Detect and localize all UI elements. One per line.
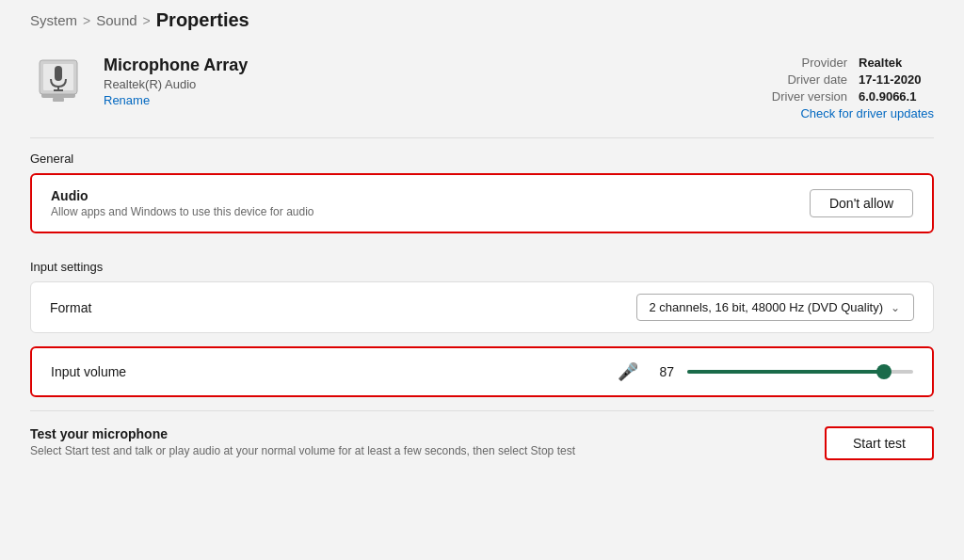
provider-value: Realtek bbox=[859, 56, 934, 70]
device-header: Microphone Array Realtek(R) Audio Rename… bbox=[30, 37, 934, 138]
rename-link[interactable]: Rename bbox=[104, 93, 248, 107]
volume-number: 87 bbox=[651, 364, 674, 379]
breadcrumb-sep1: > bbox=[83, 13, 90, 28]
audio-desc: Allow apps and Windows to use this devic… bbox=[51, 205, 314, 218]
device-subtitle: Realtek(R) Audio bbox=[104, 77, 248, 91]
device-icon bbox=[30, 52, 87, 108]
microphone-icon: 🎤 bbox=[618, 361, 638, 382]
breadcrumb-current: Properties bbox=[156, 9, 249, 31]
breadcrumb-sound[interactable]: Sound bbox=[96, 12, 137, 28]
format-select[interactable]: 2 channels, 16 bit, 48000 Hz (DVD Qualit… bbox=[636, 294, 914, 321]
audio-title: Audio bbox=[51, 188, 314, 203]
audio-card: Audio Allow apps and Windows to use this… bbox=[30, 173, 934, 233]
format-value: 2 channels, 16 bit, 48000 Hz (DVD Qualit… bbox=[649, 300, 883, 314]
test-text-block: Test your microphone Select Start test a… bbox=[30, 426, 575, 457]
test-section: Test your microphone Select Start test a… bbox=[30, 410, 934, 460]
chevron-down-icon: ⌄ bbox=[891, 301, 900, 314]
device-info: Microphone Array Realtek(R) Audio Rename bbox=[104, 52, 248, 107]
input-volume-card: Input volume 🎤 87 bbox=[30, 346, 934, 397]
audio-text-block: Audio Allow apps and Windows to use this… bbox=[51, 188, 314, 218]
general-section-title: General bbox=[30, 138, 934, 173]
test-title: Test your microphone bbox=[30, 426, 575, 441]
driver-version-label: Driver version bbox=[772, 89, 847, 104]
format-row: Format 2 channels, 16 bit, 48000 Hz (DVD… bbox=[30, 281, 934, 333]
breadcrumb-system[interactable]: System bbox=[30, 12, 77, 28]
svg-rect-1 bbox=[53, 98, 64, 102]
driver-date-label: Driver date bbox=[787, 72, 847, 87]
device-name: Microphone Array bbox=[104, 56, 248, 75]
dont-allow-button[interactable]: Don't allow bbox=[810, 189, 913, 217]
slider-thumb[interactable] bbox=[876, 364, 892, 379]
breadcrumb-sep2: > bbox=[143, 13, 151, 28]
driver-version-value: 6.0.9066.1 bbox=[859, 89, 934, 104]
volume-slider[interactable] bbox=[687, 370, 913, 374]
input-volume-label: Input volume bbox=[51, 364, 618, 379]
check-driver-link[interactable]: Check for driver updates bbox=[772, 106, 934, 120]
test-desc: Select Start test and talk or play audio… bbox=[30, 444, 575, 457]
start-test-button[interactable]: Start test bbox=[825, 426, 934, 460]
device-meta: Provider Realtek Driver date 17-11-2020 … bbox=[772, 52, 934, 120]
input-settings-section-title: Input settings bbox=[30, 247, 934, 281]
volume-controls: 🎤 87 bbox=[618, 361, 913, 382]
device-left: Microphone Array Realtek(R) Audio Rename bbox=[30, 52, 248, 108]
breadcrumb: System > Sound > Properties bbox=[0, 0, 964, 37]
format-label: Format bbox=[50, 300, 91, 315]
slider-fill bbox=[687, 370, 884, 374]
driver-date-value: 17-11-2020 bbox=[859, 72, 934, 87]
provider-label: Provider bbox=[802, 56, 847, 70]
svg-rect-4 bbox=[55, 66, 62, 81]
